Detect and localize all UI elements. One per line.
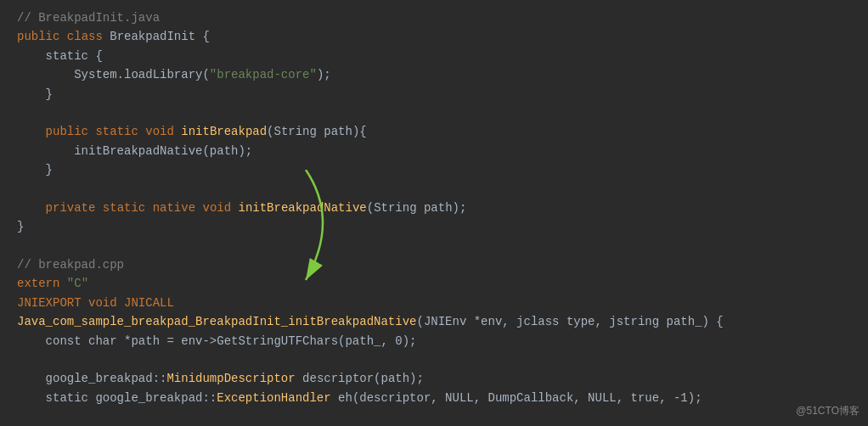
code-line: // BreakpadInit.java — [17, 8, 851, 27]
code-line: initBreakpadNative(path); — [17, 142, 851, 160]
code-line: } — [17, 217, 851, 236]
code-line: } — [17, 85, 851, 104]
code-line — [17, 237, 851, 255]
code-line: const char *path = env->GetStringUTFChar… — [17, 332, 851, 350]
code-line: JNIEXPORT void JNICALL — [17, 294, 851, 312]
code-line: extern "C" — [17, 274, 851, 293]
code-line: public class BreakpadInit { — [17, 27, 851, 46]
code-line — [17, 350, 851, 369]
code-line: static google_breakpad::ExceptionHandler… — [17, 389, 851, 407]
code-line: } — [17, 160, 851, 179]
code-line — [17, 407, 851, 426]
code-line: google_breakpad::MinidumpDescriptor desc… — [17, 369, 851, 388]
code-line: static { — [17, 47, 851, 65]
watermark: @51CTO博客 — [796, 403, 860, 419]
code-line — [17, 180, 851, 199]
code-block: // BreakpadInit.javapublic class Breakpa… — [0, 0, 868, 426]
code-line — [17, 104, 851, 122]
code-line: public static void initBreakpad(String p… — [17, 122, 851, 141]
code-line: Java_com_sample_breakpad_BreakpadInit_in… — [17, 312, 851, 331]
code-line: // breakpad.cpp — [17, 255, 851, 274]
code-line: System.loadLibrary("breakpad-core"); — [17, 65, 851, 84]
code-line: private static native void initBreakpadN… — [17, 199, 851, 217]
